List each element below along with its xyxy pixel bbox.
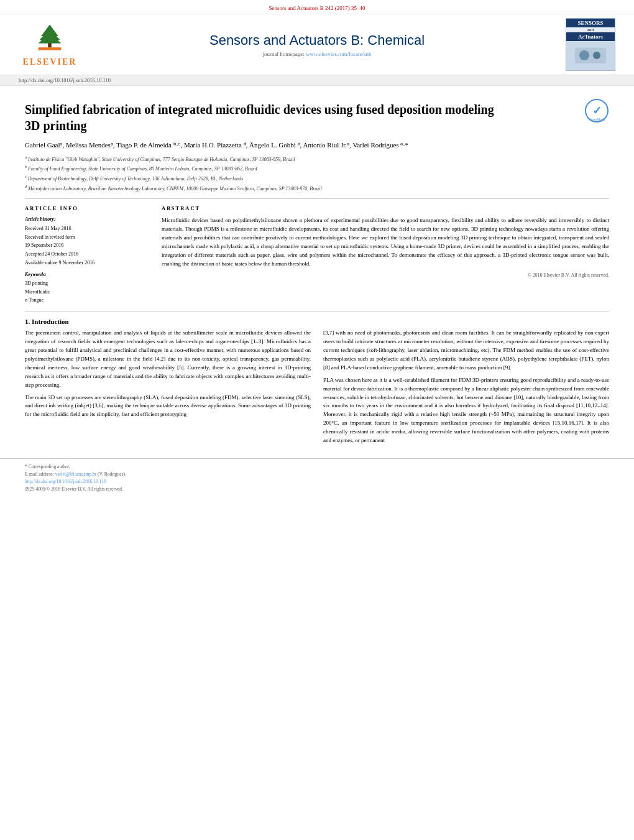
badge-and: and (566, 27, 615, 32)
authors-line: Gabriel Gaalᵃ, Melissa Mendesᵃ, Tiago P.… (25, 140, 609, 151)
received-revised-label: Received in revised form (25, 233, 149, 242)
corresponding-author-note: * Corresponding author. (25, 464, 609, 469)
badge-actuators: AcTuators (566, 32, 615, 41)
abstract-body: Microfluidic devices based on polydimeth… (162, 216, 609, 269)
available-date: Available online 9 November 2016 (25, 259, 149, 267)
abstract-heading: ABSTRACT (162, 205, 609, 211)
svg-point-6 (579, 50, 589, 60)
keyword-1: Microfluidic (25, 288, 149, 297)
main-content: Simplified fabrication of integrated mic… (0, 86, 634, 458)
keywords-section: Keywords: 3D printing Microfluidic e-Ton… (25, 272, 149, 305)
article-dates: Received 31 May 2016 Received in revised… (25, 224, 149, 267)
keyword-0: 3D printing (25, 279, 149, 288)
email-line: E-mail address: varlei@ifi.unicamp.br (V… (25, 471, 609, 477)
intro-col-right: [3,7] with no need of photomasks, photor… (323, 329, 609, 449)
email-label: E-mail address: (25, 471, 55, 477)
badge-image-area (566, 41, 615, 70)
article-history-label: Article history: (25, 216, 149, 222)
doi-bar: http://dx.doi.org/10.1016/j.snb.2016.10.… (0, 75, 634, 86)
keywords-label: Keywords: (25, 272, 149, 277)
affiliation-d: d Microfabrication Laboratory, Brazilian… (25, 184, 609, 193)
elsevier-wordmark: ELSEVIER (23, 57, 77, 67)
doi-text: http://dx.doi.org/10.1016/j.snb.2016.10.… (19, 77, 111, 83)
crossmark-icon: ✓ CrossMark (584, 98, 609, 123)
corresponding-text: * Corresponding author. (25, 464, 70, 469)
accepted-date: Accepted 24 October 2016 (25, 250, 149, 259)
email-link[interactable]: varlei@ifi.unicamp.br (55, 471, 96, 477)
abstract-section: ABSTRACT Microfluidic devices based on p… (162, 205, 609, 305)
svg-text:✓: ✓ (592, 104, 602, 117)
affiliation-a: a Instituto de Física "Gleb Wataghin", S… (25, 155, 609, 164)
body-section: 1. Introduction The preeminent control, … (25, 318, 609, 449)
journal-ref-text: Sensors and Actuators B 242 (2017) 35–40 (269, 5, 365, 11)
sensors-badge-container: SENSORS and AcTuators (553, 18, 615, 71)
affiliations-block: a Instituto de Física "Gleb Wataghin", S… (25, 155, 609, 193)
intro-right-p1: [3,7] with no need of photomasks, photor… (323, 329, 609, 372)
copyright-line: © 2016 Elsevier B.V. All rights reserved… (162, 272, 609, 278)
article-info-panel: ARTICLE INFO Article history: Received 3… (25, 205, 149, 305)
journal-title-block: Sensors and Actuators B: Chemical journa… (81, 32, 553, 57)
journal-title: Sensors and Actuators B: Chemical (81, 32, 553, 48)
journal-header: ELSEVIER Sensors and Actuators B: Chemic… (0, 14, 634, 75)
intro-title: Introduction (32, 318, 69, 325)
divider-2 (25, 311, 609, 312)
intro-heading: 1. Introduction (25, 318, 609, 325)
journal-homepage-link[interactable]: www.elsevier.com/locate/snb (306, 51, 371, 57)
sensors-badge-title: SENSORS (566, 19, 615, 27)
affiliation-c: c Department of Biotechnology, Delft Uni… (25, 174, 609, 183)
keyword-2: e-Tongue (25, 296, 149, 305)
article-title: Simplified fabrication of integrated mic… (25, 101, 510, 134)
divider-1 (25, 198, 609, 199)
keyword-list: 3D printing Microfluidic e-Tongue (25, 279, 149, 305)
title-crossmark-row: Simplified fabrication of integrated mic… (25, 95, 609, 140)
svg-rect-0 (39, 47, 62, 50)
doi-line: http://dx.doi.org/10.1016/j.snb.2016.10.… (25, 479, 609, 484)
intro-col-left: The preeminent control, manipulation and… (25, 329, 311, 449)
badge-decorative-icon (572, 45, 609, 67)
intro-left-p2: The main 3D set up processes are stereol… (25, 394, 311, 420)
info-abstract-row: ARTICLE INFO Article history: Received 3… (25, 205, 609, 305)
email-person: (V. Rodrigues). (98, 471, 126, 477)
abstract-text: Microfluidic devices based on polydimeth… (162, 217, 609, 267)
article-info-heading: ARTICLE INFO (25, 205, 149, 211)
journal-homepage-line: journal homepage: www.elsevier.com/locat… (81, 51, 553, 57)
sensors-actuators-badge: SENSORS and AcTuators (566, 18, 615, 71)
received-revised-date: 19 September 2016 (25, 241, 149, 250)
authors-text: Gabriel Gaalᵃ, Melissa Mendesᵃ, Tiago P.… (25, 141, 408, 149)
journal-reference-bar: Sensors and Actuators B 242 (2017) 35–40 (0, 0, 634, 14)
affiliation-b: b Faculty of Food Engineering, State Uni… (25, 164, 609, 173)
intro-right-p2: PLA was chosen here as it is a well-esta… (323, 376, 609, 446)
elsevier-logo-container: ELSEVIER (19, 22, 81, 67)
intro-columns: The preeminent control, manipulation and… (25, 329, 609, 449)
intro-number: 1. (25, 318, 30, 325)
page-footer: * Corresponding author. E-mail address: … (0, 458, 634, 499)
issn-line: 0925-4005/© 2016 Elsevier B.V. All right… (25, 486, 609, 492)
received-date: Received 31 May 2016 (25, 224, 149, 233)
elsevier-tree-icon (31, 22, 68, 56)
svg-point-7 (593, 52, 600, 59)
svg-text:CrossMark: CrossMark (589, 118, 605, 121)
intro-left-p1: The preeminent control, manipulation and… (25, 329, 311, 390)
doi-link[interactable]: http://dx.doi.org/10.1016/j.snb.2016.10.… (25, 479, 106, 484)
